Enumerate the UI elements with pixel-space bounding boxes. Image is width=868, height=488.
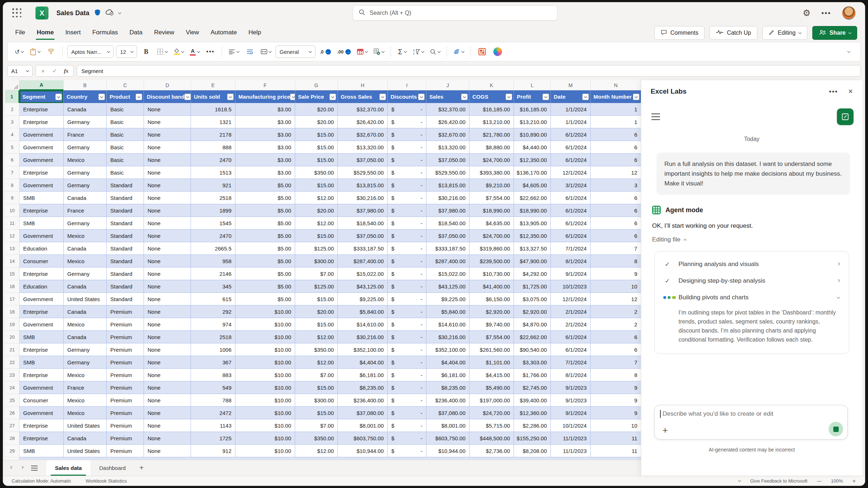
cell-F14[interactable]: $5.00 [235,255,295,267]
search-bar[interactable] [353,5,557,21]
cell-G24[interactable]: $15.00 [295,381,338,394]
cell-L7[interactable]: $136,170.00 [514,166,551,179]
cell-A2[interactable]: Enterprise [20,103,64,116]
cell-M2[interactable]: 1/1/2024 [551,103,591,116]
paste-button[interactable] [28,45,42,58]
cell-E6[interactable]: 2470 [191,154,235,166]
cell-G29[interactable]: $12.00 [295,445,338,457]
cell-G16[interactable]: $125.00 [295,280,338,293]
filter-button[interactable] [461,94,468,100]
cell-G27[interactable]: $7.00 [295,419,338,432]
cell-B14[interactable]: Mexico [64,255,107,267]
cell-G12[interactable]: $15.00 [295,230,338,242]
cell-C28[interactable]: Premium [107,432,144,445]
cell-D4[interactable]: None [144,128,191,141]
cell-N25[interactable]: 9 [591,394,641,407]
cell-L11[interactable]: $13,905.00 [514,217,551,230]
cell-D22[interactable]: None [144,356,191,369]
calc-mode-status[interactable]: Calculation Mode: Automatic [12,478,71,484]
cell-A7[interactable]: Enterprise [20,166,64,179]
cell-N26[interactable]: 9 [591,407,641,419]
cell-B17[interactable]: United States [64,293,107,305]
menu-view[interactable]: View [182,26,204,39]
filter-button[interactable] [379,94,386,100]
cell-I22[interactable]: $- [388,356,426,369]
cell-F15[interactable]: $5.00 [235,267,295,280]
row-header-6[interactable]: 6 [5,154,20,166]
cell-K7[interactable]: $393,380.00 [469,166,514,179]
cell-M21[interactable]: 6/1/2024 [551,343,591,356]
cell-C9[interactable]: Standard [107,192,144,204]
cell-H29[interactable]: $10,944.00 [338,445,388,457]
cell-F1[interactable]: Manufacturing price [235,90,295,103]
cell-I18[interactable]: $- [388,305,426,318]
cell-G20[interactable]: $12.00 [295,331,338,343]
cell-K16[interactable]: $41,400.00 [469,280,514,293]
cell-F10[interactable]: $5.00 [235,204,295,217]
cell-G1[interactable]: Sale Price [295,90,338,103]
cell-F22[interactable]: $10.00 [235,356,295,369]
cell-L4[interactable]: $10,890.00 [514,128,551,141]
cell-F6[interactable]: $3.00 [235,154,295,166]
cell-J18[interactable]: $5,840.00 [426,305,469,318]
format-as-table-button[interactable] [355,45,369,58]
cell-G3[interactable]: $20.00 [295,116,338,128]
cell-E1[interactable]: Units sold [191,90,235,103]
editing-mode-button[interactable]: Editing [762,26,807,40]
ribbon-collapse-chevron[interactable] [842,45,855,58]
cell-A15[interactable]: Enterprise [20,267,64,280]
analyze-data-button[interactable] [476,45,489,58]
cell-N5[interactable]: 6 [591,141,641,154]
row-header-25[interactable]: 25 [5,394,20,407]
cell-F24[interactable]: $10.00 [235,381,295,394]
cell-M23[interactable]: 8/1/2024 [551,369,591,381]
cell-N1[interactable]: Month Number [591,90,641,103]
cell-L27[interactable]: $2,286.00 [514,419,551,432]
add-sheet-button[interactable]: + [140,464,144,472]
cell-I23[interactable]: $- [388,369,426,381]
row-header-18[interactable]: 18 [5,305,20,318]
cell-B9[interactable]: Canada [64,192,107,204]
filter-button[interactable] [290,94,295,100]
cell-D3[interactable]: None [144,116,191,128]
font-color-button[interactable]: A [188,45,201,58]
cell-J12[interactable]: $37,050.00 [426,230,469,242]
cell-B20[interactable]: Canada [64,331,107,343]
cell-D11[interactable]: None [144,217,191,230]
cell-E11[interactable]: 1545 [191,217,235,230]
cell-I7[interactable]: $- [388,166,426,179]
cell-J16[interactable]: $43,125.00 [426,280,469,293]
fill-color-button[interactable] [172,45,186,58]
cell-A25[interactable]: Consumer [20,394,64,407]
cell-F28[interactable]: $10.00 [235,432,295,445]
cell-B16[interactable]: Canada [64,280,107,293]
workbook-statistics[interactable]: Workbook Statistics [86,478,127,484]
cell-C4[interactable]: Basic [107,128,144,141]
cell-N14[interactable]: 8 [591,255,641,267]
cell-L19[interactable]: $4,870.00 [514,318,551,331]
decrease-decimal-button[interactable]: .0← [318,45,333,58]
cell-D29[interactable]: None [144,445,191,457]
cell-M24[interactable]: 9/1/2023 [551,381,591,394]
cell-K2[interactable]: $16,185.00 [469,103,514,116]
cell-G5[interactable]: $15.00 [295,141,338,154]
cell-F13[interactable]: $5.00 [235,242,295,255]
cell-A28[interactable]: Enterprise [20,432,64,445]
cell-N18[interactable]: 2 [591,305,641,318]
cell-K14[interactable]: $239,500.00 [469,255,514,267]
row-header-12[interactable]: 12 [5,230,20,242]
title-chevron-down-icon[interactable] [118,11,121,14]
cell-G28[interactable]: $350.00 [295,432,338,445]
panel-menu-icon[interactable] [651,114,660,120]
cell-I24[interactable]: $- [388,381,426,394]
agent-step[interactable]: ✓Planning analysis and visuals [657,256,847,273]
cell-L26[interactable]: $12,360.00 [514,407,551,419]
cell-L3[interactable]: $13,210.00 [514,116,551,128]
cell-H18[interactable]: $5,840.00 [338,305,388,318]
cell-E14[interactable]: 958 [191,255,235,267]
cell-H11[interactable]: $18,540.00 [338,217,388,230]
cell-H15[interactable]: $15,022.00 [338,267,388,280]
cell-K28[interactable]: $448,500.00 [469,432,514,445]
cell-L6[interactable]: $12,350.00 [514,154,551,166]
menu-insert[interactable]: Insert [61,26,85,39]
